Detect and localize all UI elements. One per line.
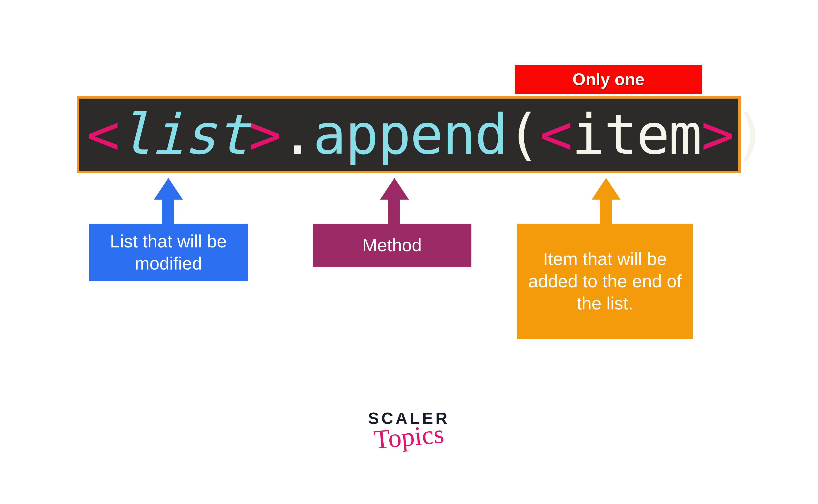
angle-bracket-open: <: [539, 107, 572, 162]
item-callout: Item that will be added to the end of th…: [517, 224, 693, 339]
arrow-up-icon: [380, 178, 409, 200]
arrow-shaft: [162, 197, 174, 224]
arrow-shaft: [388, 197, 400, 224]
arrow-shaft: [600, 197, 612, 224]
logo-line-2: Topics: [373, 419, 445, 455]
list-callout: List that will be modified: [89, 224, 248, 281]
method-name: append: [313, 107, 507, 162]
angle-bracket-close: >: [701, 107, 733, 162]
dot-operator: .: [281, 107, 313, 162]
method-callout: Method: [313, 224, 471, 267]
arrow-up-icon: [154, 178, 183, 200]
arrow-up-icon: [592, 178, 621, 200]
paren-open: (: [507, 107, 539, 162]
angle-bracket-close: >: [248, 107, 280, 162]
list-identifier: list: [119, 107, 248, 162]
only-one-badge: Only one: [515, 65, 702, 94]
scaler-topics-logo: SCALER Topics: [356, 409, 462, 452]
angle-bracket-open: <: [87, 107, 119, 162]
item-identifier: item: [572, 107, 701, 162]
diagram-canvas: Only one <list>.append(<item>) List that…: [0, 0, 818, 504]
code-syntax-box: <list>.append(<item>): [77, 96, 741, 173]
paren-close: ): [734, 107, 766, 162]
